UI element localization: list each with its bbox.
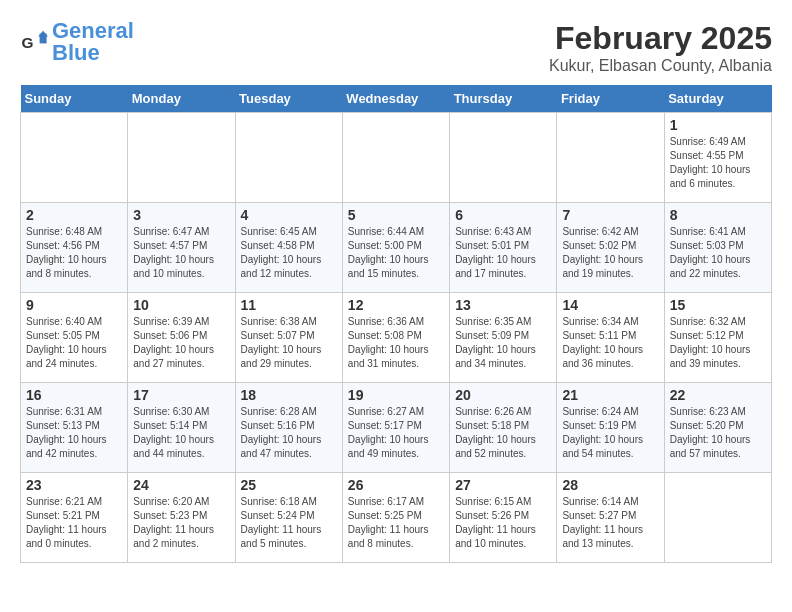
calendar-day-cell <box>235 113 342 203</box>
day-info: Sunrise: 6:44 AM Sunset: 5:00 PM Dayligh… <box>348 225 444 281</box>
day-number: 4 <box>241 207 337 223</box>
day-of-week-header: Thursday <box>450 85 557 113</box>
calendar-day-cell: 22Sunrise: 6:23 AM Sunset: 5:20 PM Dayli… <box>664 383 771 473</box>
day-info: Sunrise: 6:28 AM Sunset: 5:16 PM Dayligh… <box>241 405 337 461</box>
day-number: 13 <box>455 297 551 313</box>
day-number: 24 <box>133 477 229 493</box>
calendar-day-cell: 10Sunrise: 6:39 AM Sunset: 5:06 PM Dayli… <box>128 293 235 383</box>
day-of-week-header: Wednesday <box>342 85 449 113</box>
calendar-day-cell: 17Sunrise: 6:30 AM Sunset: 5:14 PM Dayli… <box>128 383 235 473</box>
calendar-day-cell <box>128 113 235 203</box>
calendar-day-cell: 24Sunrise: 6:20 AM Sunset: 5:23 PM Dayli… <box>128 473 235 563</box>
day-info: Sunrise: 6:23 AM Sunset: 5:20 PM Dayligh… <box>670 405 766 461</box>
day-number: 10 <box>133 297 229 313</box>
day-number: 12 <box>348 297 444 313</box>
calendar-day-cell: 11Sunrise: 6:38 AM Sunset: 5:07 PM Dayli… <box>235 293 342 383</box>
logo-text: General Blue <box>52 20 134 64</box>
day-info: Sunrise: 6:30 AM Sunset: 5:14 PM Dayligh… <box>133 405 229 461</box>
calendar-day-cell: 9Sunrise: 6:40 AM Sunset: 5:05 PM Daylig… <box>21 293 128 383</box>
page-header: G General Blue February 2025 Kukur, Elba… <box>20 20 772 75</box>
day-number: 18 <box>241 387 337 403</box>
calendar-week-row: 23Sunrise: 6:21 AM Sunset: 5:21 PM Dayli… <box>21 473 772 563</box>
day-number: 26 <box>348 477 444 493</box>
day-info: Sunrise: 6:15 AM Sunset: 5:26 PM Dayligh… <box>455 495 551 551</box>
day-info: Sunrise: 6:49 AM Sunset: 4:55 PM Dayligh… <box>670 135 766 191</box>
day-number: 7 <box>562 207 658 223</box>
calendar-day-cell: 25Sunrise: 6:18 AM Sunset: 5:24 PM Dayli… <box>235 473 342 563</box>
day-info: Sunrise: 6:35 AM Sunset: 5:09 PM Dayligh… <box>455 315 551 371</box>
day-info: Sunrise: 6:24 AM Sunset: 5:19 PM Dayligh… <box>562 405 658 461</box>
calendar-header-row: SundayMondayTuesdayWednesdayThursdayFrid… <box>21 85 772 113</box>
day-info: Sunrise: 6:18 AM Sunset: 5:24 PM Dayligh… <box>241 495 337 551</box>
calendar-day-cell: 27Sunrise: 6:15 AM Sunset: 5:26 PM Dayli… <box>450 473 557 563</box>
day-of-week-header: Tuesday <box>235 85 342 113</box>
day-info: Sunrise: 6:39 AM Sunset: 5:06 PM Dayligh… <box>133 315 229 371</box>
calendar-day-cell <box>21 113 128 203</box>
day-info: Sunrise: 6:17 AM Sunset: 5:25 PM Dayligh… <box>348 495 444 551</box>
day-number: 25 <box>241 477 337 493</box>
logo-icon: G <box>20 28 48 56</box>
calendar-day-cell: 14Sunrise: 6:34 AM Sunset: 5:11 PM Dayli… <box>557 293 664 383</box>
day-info: Sunrise: 6:20 AM Sunset: 5:23 PM Dayligh… <box>133 495 229 551</box>
day-number: 17 <box>133 387 229 403</box>
day-info: Sunrise: 6:43 AM Sunset: 5:01 PM Dayligh… <box>455 225 551 281</box>
day-of-week-header: Saturday <box>664 85 771 113</box>
day-number: 21 <box>562 387 658 403</box>
day-info: Sunrise: 6:45 AM Sunset: 4:58 PM Dayligh… <box>241 225 337 281</box>
day-number: 22 <box>670 387 766 403</box>
day-number: 3 <box>133 207 229 223</box>
day-info: Sunrise: 6:31 AM Sunset: 5:13 PM Dayligh… <box>26 405 122 461</box>
calendar-day-cell <box>450 113 557 203</box>
calendar-week-row: 2Sunrise: 6:48 AM Sunset: 4:56 PM Daylig… <box>21 203 772 293</box>
day-info: Sunrise: 6:40 AM Sunset: 5:05 PM Dayligh… <box>26 315 122 371</box>
day-number: 14 <box>562 297 658 313</box>
title-block: February 2025 Kukur, Elbasan County, Alb… <box>549 20 772 75</box>
day-of-week-header: Monday <box>128 85 235 113</box>
day-number: 11 <box>241 297 337 313</box>
calendar-week-row: 9Sunrise: 6:40 AM Sunset: 5:05 PM Daylig… <box>21 293 772 383</box>
day-number: 28 <box>562 477 658 493</box>
calendar-day-cell: 6Sunrise: 6:43 AM Sunset: 5:01 PM Daylig… <box>450 203 557 293</box>
day-info: Sunrise: 6:48 AM Sunset: 4:56 PM Dayligh… <box>26 225 122 281</box>
calendar-day-cell: 28Sunrise: 6:14 AM Sunset: 5:27 PM Dayli… <box>557 473 664 563</box>
day-number: 1 <box>670 117 766 133</box>
day-info: Sunrise: 6:32 AM Sunset: 5:12 PM Dayligh… <box>670 315 766 371</box>
day-number: 27 <box>455 477 551 493</box>
day-info: Sunrise: 6:27 AM Sunset: 5:17 PM Dayligh… <box>348 405 444 461</box>
calendar-day-cell: 13Sunrise: 6:35 AM Sunset: 5:09 PM Dayli… <box>450 293 557 383</box>
day-info: Sunrise: 6:47 AM Sunset: 4:57 PM Dayligh… <box>133 225 229 281</box>
day-info: Sunrise: 6:14 AM Sunset: 5:27 PM Dayligh… <box>562 495 658 551</box>
location-title: Kukur, Elbasan County, Albania <box>549 57 772 75</box>
calendar-day-cell: 20Sunrise: 6:26 AM Sunset: 5:18 PM Dayli… <box>450 383 557 473</box>
calendar-day-cell: 8Sunrise: 6:41 AM Sunset: 5:03 PM Daylig… <box>664 203 771 293</box>
calendar-day-cell: 26Sunrise: 6:17 AM Sunset: 5:25 PM Dayli… <box>342 473 449 563</box>
calendar-table: SundayMondayTuesdayWednesdayThursdayFrid… <box>20 85 772 563</box>
calendar-week-row: 1Sunrise: 6:49 AM Sunset: 4:55 PM Daylig… <box>21 113 772 203</box>
calendar-day-cell <box>342 113 449 203</box>
calendar-day-cell <box>664 473 771 563</box>
calendar-day-cell: 4Sunrise: 6:45 AM Sunset: 4:58 PM Daylig… <box>235 203 342 293</box>
calendar-day-cell: 15Sunrise: 6:32 AM Sunset: 5:12 PM Dayli… <box>664 293 771 383</box>
day-number: 19 <box>348 387 444 403</box>
svg-text:G: G <box>21 34 33 51</box>
calendar-day-cell: 12Sunrise: 6:36 AM Sunset: 5:08 PM Dayli… <box>342 293 449 383</box>
day-info: Sunrise: 6:38 AM Sunset: 5:07 PM Dayligh… <box>241 315 337 371</box>
day-number: 16 <box>26 387 122 403</box>
calendar-day-cell: 23Sunrise: 6:21 AM Sunset: 5:21 PM Dayli… <box>21 473 128 563</box>
month-title: February 2025 <box>549 20 772 57</box>
calendar-day-cell: 3Sunrise: 6:47 AM Sunset: 4:57 PM Daylig… <box>128 203 235 293</box>
calendar-day-cell <box>557 113 664 203</box>
day-of-week-header: Sunday <box>21 85 128 113</box>
day-of-week-header: Friday <box>557 85 664 113</box>
day-info: Sunrise: 6:26 AM Sunset: 5:18 PM Dayligh… <box>455 405 551 461</box>
day-number: 20 <box>455 387 551 403</box>
day-info: Sunrise: 6:21 AM Sunset: 5:21 PM Dayligh… <box>26 495 122 551</box>
logo: G General Blue <box>20 20 134 64</box>
day-number: 5 <box>348 207 444 223</box>
day-info: Sunrise: 6:34 AM Sunset: 5:11 PM Dayligh… <box>562 315 658 371</box>
calendar-day-cell: 2Sunrise: 6:48 AM Sunset: 4:56 PM Daylig… <box>21 203 128 293</box>
logo-blue: Blue <box>52 40 100 65</box>
calendar-day-cell: 7Sunrise: 6:42 AM Sunset: 5:02 PM Daylig… <box>557 203 664 293</box>
calendar-day-cell: 16Sunrise: 6:31 AM Sunset: 5:13 PM Dayli… <box>21 383 128 473</box>
day-number: 8 <box>670 207 766 223</box>
